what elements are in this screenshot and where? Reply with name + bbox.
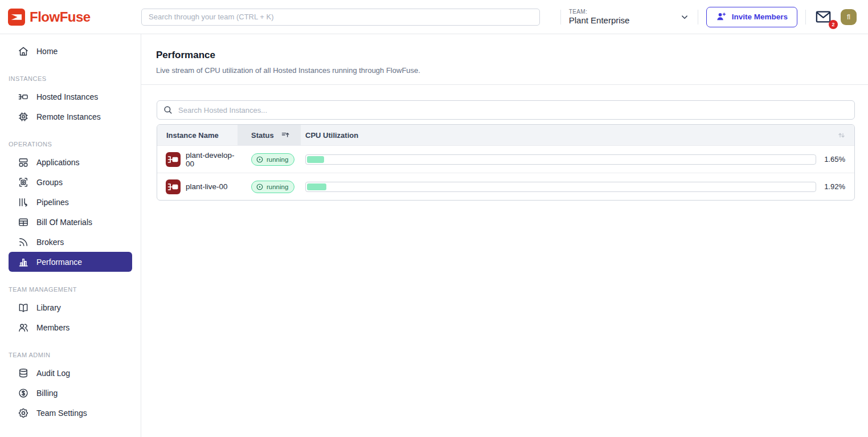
sidebar-item-team-settings[interactable]: Team Settings — [9, 403, 132, 423]
sidebar-item-label: Billing — [36, 389, 58, 398]
arrows-up-down-icon[interactable] — [837, 130, 846, 140]
sidebar-item-remote-instances[interactable]: Remote Instances — [9, 107, 132, 126]
chip-icon — [18, 111, 29, 122]
table-body: plant-develop-00running1.65%plant-live-0… — [157, 145, 854, 200]
sidebar-item-label: Home — [36, 47, 58, 56]
sidebar-item-label: Team Settings — [36, 409, 87, 418]
sidebar-item-groups[interactable]: Groups — [9, 172, 132, 192]
cog-icon — [18, 407, 29, 419]
sidebar-item-label: Remote Instances — [36, 112, 101, 121]
pipelines-icon — [18, 197, 29, 208]
flowfuse-app: FlowFuse TEAM: Plant Enterprise — [0, 0, 868, 437]
currency-dollar-icon — [18, 387, 29, 399]
sidebar-item-label: Members — [36, 323, 69, 332]
cpu-percent: 1.65% — [816, 155, 854, 164]
table-row[interactable]: plant-live-00running1.92% — [157, 173, 854, 200]
node-red-instance-icon — [166, 179, 181, 194]
sidebar-item-applications[interactable]: Applications — [9, 152, 132, 172]
sidebar-item-home[interactable]: Home — [9, 41, 132, 61]
page-subtitle: Live stream of CPU utilization of all Ho… — [156, 66, 853, 75]
sidebar-item-performance[interactable]: Performance — [9, 252, 132, 272]
book-open-icon — [18, 302, 29, 313]
column-header-cpu[interactable]: CPU Utilization — [301, 131, 816, 140]
sidebar: HomeINSTANCESHosted InstancesRemote Inst… — [0, 34, 141, 437]
sidebar-item-library[interactable]: Library — [9, 297, 132, 317]
performance-panel: Instance Name Status CPU Utilization — [141, 85, 868, 201]
header-actions: TEAM: Plant Enterprise Invite Members — [560, 7, 868, 27]
sidebar-item-pipelines[interactable]: Pipelines — [9, 192, 132, 212]
sidebar-item-audit-log[interactable]: Audit Log — [9, 363, 132, 383]
sidebar-item-label: Bill Of Materials — [36, 218, 92, 227]
flowfuse-logo-icon — [8, 9, 25, 26]
cpu-utilization-bar-fill — [307, 183, 326, 190]
sidebar-item-brokers[interactable]: Brokers — [9, 232, 132, 252]
table-header: Instance Name Status CPU Utilization — [157, 125, 854, 145]
avatar[interactable]: fl — [841, 9, 857, 25]
column-header-status-label: Status — [251, 131, 274, 140]
user-group-icon — [18, 322, 29, 333]
sidebar-item-label: Groups — [36, 178, 63, 187]
invite-members-label: Invite Members — [732, 13, 788, 21]
flowfuse-logo[interactable]: FlowFuse — [0, 9, 141, 26]
node-red-outline-icon — [18, 91, 29, 103]
cpu-percent: 1.92% — [816, 182, 854, 191]
status-badge: running — [251, 181, 294, 193]
user-plus-icon — [716, 11, 727, 22]
team-search-input[interactable] — [141, 9, 540, 26]
applications-icon — [18, 157, 29, 168]
team-selector-text: TEAM: Plant Enterprise — [569, 9, 630, 25]
main-content: Performance Live stream of CPU utilizati… — [141, 34, 868, 437]
node-red-instance-icon — [166, 152, 181, 167]
notifications-button[interactable]: 2 — [814, 9, 833, 25]
page-head: Performance Live stream of CPU utilizati… — [141, 34, 868, 75]
team-name: Plant Enterprise — [569, 15, 630, 25]
table-row[interactable]: plant-develop-00running1.65% — [157, 145, 854, 173]
instances-table: Instance Name Status CPU Utilization — [157, 124, 855, 201]
column-header-instance-name[interactable]: Instance Name — [157, 131, 238, 140]
status-label: running — [267, 183, 288, 190]
page-title: Performance — [156, 50, 853, 61]
notification-badge: 2 — [829, 20, 838, 29]
instances-search — [157, 100, 855, 120]
chart-bar-icon — [18, 256, 29, 268]
sidebar-item-label: Brokers — [36, 238, 64, 247]
instance-name[interactable]: plant-live-00 — [186, 182, 228, 191]
sidebar-item-label: Library — [36, 303, 61, 312]
rss-icon — [18, 236, 29, 248]
instance-name[interactable]: plant-develop-00 — [186, 151, 238, 168]
sidebar-item-hosted-instances[interactable]: Hosted Instances — [9, 87, 132, 107]
divider — [698, 10, 698, 24]
sidebar-section-operations: OPERATIONS — [9, 141, 141, 148]
sidebar-item-label: Performance — [36, 258, 82, 267]
cpu-utilization-bar-fill — [307, 156, 324, 163]
table-cells-icon — [18, 217, 29, 228]
team-search — [141, 9, 540, 26]
invite-members-button[interactable]: Invite Members — [706, 7, 797, 27]
sidebar-item-label: Applications — [36, 158, 80, 167]
flowfuse-logo-text: FlowFuse — [30, 9, 91, 25]
database-icon — [18, 367, 29, 379]
instances-search-input[interactable] — [178, 106, 849, 115]
play-circle-icon — [256, 183, 264, 191]
sidebar-section-team-admin: TEAM ADMIN — [9, 352, 141, 358]
body-row: HomeINSTANCESHosted InstancesRemote Inst… — [0, 34, 868, 437]
column-header-status[interactable]: Status — [238, 125, 301, 145]
status-badge: running — [251, 153, 294, 166]
play-circle-icon — [256, 156, 264, 164]
home-icon — [18, 46, 29, 57]
top-header: FlowFuse TEAM: Plant Enterprise — [0, 0, 868, 34]
sidebar-item-label: Hosted Instances — [36, 92, 98, 101]
sidebar-item-billing[interactable]: Billing — [9, 383, 132, 403]
search-icon — [163, 105, 173, 115]
sidebar-item-members[interactable]: Members — [9, 317, 132, 337]
divider — [560, 10, 561, 24]
team-label: TEAM: — [569, 9, 630, 15]
status-label: running — [267, 156, 288, 163]
cpu-utilization-bar — [305, 182, 816, 192]
column-header-percent-sort — [816, 130, 854, 140]
team-selector[interactable]: TEAM: Plant Enterprise — [569, 9, 690, 25]
groups-chip-icon — [18, 177, 29, 188]
divider — [805, 10, 806, 24]
sidebar-section-instances: INSTANCES — [9, 75, 141, 82]
sidebar-item-bill-of-materials[interactable]: Bill Of Materials — [9, 212, 132, 232]
